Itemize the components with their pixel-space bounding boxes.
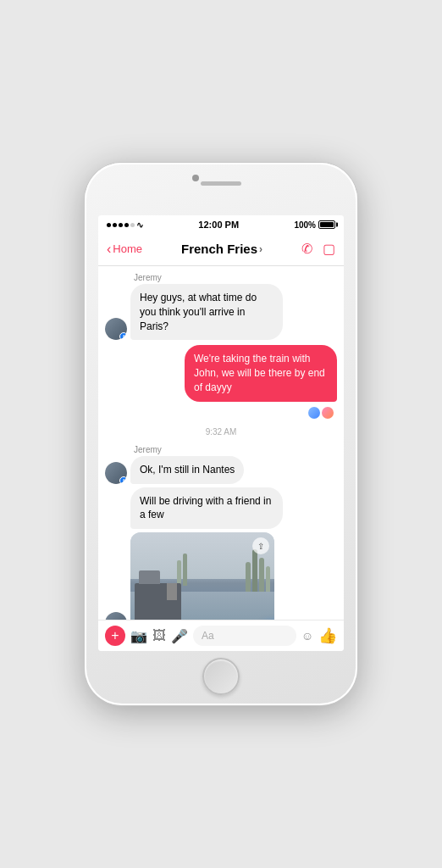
jeremy-avatar-3: f — [105, 612, 127, 620]
like-button[interactable]: 👍 — [318, 626, 337, 645]
video-call-icon[interactable]: ▢ — [323, 241, 335, 257]
conversation-title[interactable]: French Fries › — [181, 242, 262, 256]
status-time: 12:00 PM — [198, 220, 239, 230]
read-avatar-2 — [322, 407, 334, 419]
battery-fill — [320, 222, 334, 227]
chat-area: Jeremy f Hey guys, at what time do you t… — [98, 266, 344, 620]
message-row-2: We're taking the train with John, we wil… — [105, 345, 337, 401]
status-bar: ∿ 12:00 PM 100% — [98, 215, 344, 232]
message-group-1: Jeremy f Hey guys, at what time do you t… — [105, 273, 337, 340]
input-placeholder: Aa — [202, 630, 214, 642]
message-bubble-3: Ok, I'm still in Nantes — [130, 456, 244, 484]
speaker — [201, 181, 241, 186]
message-text-4: Will be driving with a friend in a few — [140, 495, 271, 521]
mic-icon[interactable]: 🎤 — [171, 628, 188, 644]
message-bubble-1: Hey guys, at what time do you think you'… — [130, 284, 283, 340]
read-receipts — [105, 407, 337, 419]
camera — [192, 175, 199, 181]
message-row-4: Will be driving with a friend in a few — [105, 487, 337, 530]
message-bubble-4: Will be driving with a friend in a few — [130, 487, 283, 530]
sender-label-jeremy2: Jeremy — [134, 445, 337, 454]
battery-icon — [318, 220, 335, 229]
timestamp-1: 9:32 AM — [105, 427, 337, 437]
image-icon[interactable]: 🖼 — [152, 628, 166, 643]
messenger-badge-2: f — [119, 476, 127, 484]
battery-pct: 100% — [294, 220, 316, 230]
message-row-1: f Hey guys, at what time do you think yo… — [105, 284, 337, 340]
message-row-5: f — [105, 532, 337, 620]
home-button[interactable] — [202, 658, 240, 695]
plus-button[interactable]: + — [105, 626, 125, 646]
emoji-icon[interactable]: ☺ — [301, 629, 313, 643]
wifi-icon: ∿ — [136, 220, 143, 230]
signal-dots — [107, 223, 135, 227]
back-chevron-icon: ‹ — [107, 242, 111, 257]
title-chevron-icon: › — [259, 243, 262, 255]
message-text-2: We're taking the train with John, we wil… — [194, 353, 325, 393]
phone-call-icon[interactable]: ✆ — [301, 241, 312, 257]
messenger-badge: f — [119, 332, 127, 340]
message-row-3: f Ok, I'm still in Nantes — [105, 456, 337, 484]
phone-frame: ∿ 12:00 PM 100% ‹ Home French Fries › ✆ — [85, 163, 357, 705]
trees-left — [177, 554, 187, 586]
nav-actions: ✆ ▢ — [301, 241, 335, 257]
read-avatar-1 — [308, 407, 320, 419]
back-label: Home — [113, 242, 142, 255]
dot2 — [113, 223, 117, 227]
boat — [135, 583, 181, 620]
dot1 — [107, 223, 111, 227]
status-signal: ∿ — [107, 220, 143, 230]
bottom-bar: + 📷 🖼 🎤 Aa ☺ 👍 — [98, 620, 344, 651]
camera-icon[interactable]: 📷 — [130, 628, 147, 644]
message-text-3: Ok, I'm still in Nantes — [140, 464, 235, 476]
jeremy-avatar-2: f — [105, 462, 127, 484]
message-input[interactable]: Aa — [193, 626, 296, 646]
phone-screen: ∿ 12:00 PM 100% ‹ Home French Fries › ✆ — [98, 215, 344, 651]
dot4 — [124, 223, 129, 227]
message-text-1: Hey guys, at what time do you think you'… — [140, 292, 257, 332]
back-button[interactable]: ‹ Home — [107, 242, 142, 257]
jeremy-avatar: f — [105, 318, 127, 340]
title-text: French Fries — [181, 242, 257, 256]
trees-right — [246, 549, 270, 596]
message-bubble-2: We're taking the train with John, we wil… — [185, 345, 337, 401]
message-group-3: Jeremy f Ok, I'm still in Nantes Will be… — [105, 445, 337, 620]
dot5 — [130, 223, 135, 227]
sender-label-jeremy1: Jeremy — [134, 273, 337, 282]
nav-bar: ‹ Home French Fries › ✆ ▢ — [98, 232, 344, 266]
dot3 — [119, 223, 123, 227]
status-battery: 100% — [294, 220, 335, 230]
image-message[interactable]: ⇪ +1 — [130, 532, 274, 620]
jeremy-avatar-img-3 — [105, 612, 127, 620]
